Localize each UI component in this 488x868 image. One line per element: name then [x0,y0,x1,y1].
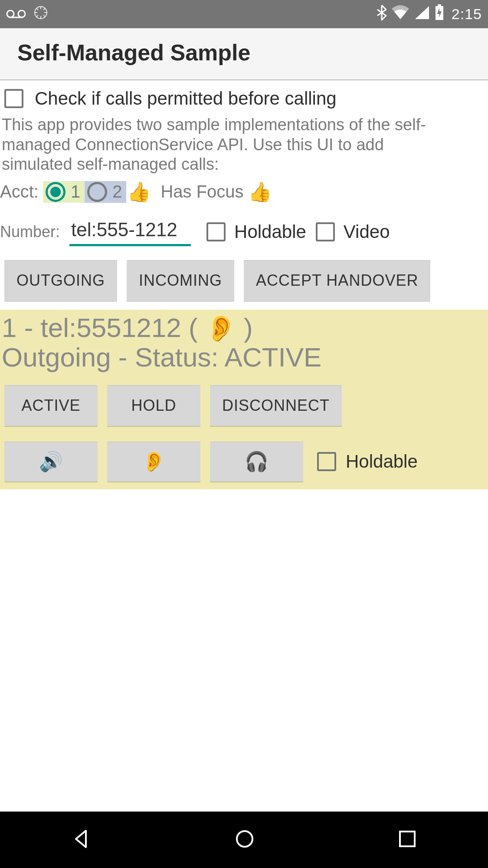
svg-point-0 [7,10,14,17]
account-radio-1[interactable]: 1 [43,181,85,203]
call-header: 1 - tel:5551212 ( 👂 ) [0,313,488,343]
svg-line-11 [43,8,45,10]
svg-rect-13 [438,4,441,6]
hold-button[interactable]: HOLD [107,385,200,426]
svg-line-9 [43,15,45,17]
spinner-icon [34,6,48,23]
thumbs-up-icon: 👍 [248,181,272,203]
svg-point-1 [18,10,25,17]
svg-line-8 [36,8,38,10]
video-label: Video [344,221,390,242]
video-checkbox[interactable] [316,222,335,241]
call-header-suffix: ) [236,313,253,343]
headphones-button[interactable]: 🎧 [210,442,303,482]
radio-unselected-icon [87,182,107,202]
svg-point-14 [237,831,252,847]
ear-icon: 👂 [205,314,236,342]
battery-charging-icon [434,4,445,24]
call-holdable-row[interactable]: Holdable [313,451,418,472]
svg-rect-15 [400,832,415,846]
call-header-prefix: 1 - tel:5551212 ( [2,313,205,343]
dial-button-row: OUTGOING INCOMING ACCEPT HANDOVER [0,257,488,310]
call-card: 1 - tel:5551212 ( 👂 ) Outgoing - Status:… [0,310,488,489]
cellular-icon [414,5,430,23]
account-label: Acct: [0,182,39,201]
outgoing-button[interactable]: OUTGOING [4,260,117,301]
recent-apps-button[interactable] [397,829,417,851]
speaker-button[interactable]: 🔊 [4,442,98,482]
incoming-button[interactable]: INCOMING [127,260,234,301]
account-radio-2-label: 2 [112,182,122,201]
has-focus-label: Has Focus [160,182,243,201]
bluetooth-icon [377,4,386,24]
nav-bar [0,812,488,868]
main-panel: Check if calls permitted before calling … [0,80,488,489]
earpiece-button[interactable]: 👂 [107,442,200,482]
call-action-row: ACTIVE HOLD DISCONNECT [0,372,488,435]
status-clock: 2:15 [452,6,482,23]
thumbs-up-icon: 👍 [127,181,151,203]
video-row[interactable]: Video [316,221,390,242]
call-holdable-label: Holdable [346,451,418,472]
audio-route-row: 🔊 👂 🎧 Holdable [0,435,488,482]
radio-selected-icon [46,182,66,202]
svg-line-10 [36,15,38,17]
disconnect-button[interactable]: DISCONNECT [210,385,342,426]
number-input[interactable] [69,218,191,246]
accept-handover-button[interactable]: ACCEPT HANDOVER [244,260,430,301]
call-status: Outgoing - Status: ACTIVE [0,343,488,372]
account-radio-group: 1 2 [43,181,127,203]
holdable-row[interactable]: Holdable [206,221,306,242]
voicemail-icon [6,6,26,23]
number-row: Number: Holdable Video [0,211,488,257]
permitted-row[interactable]: Check if calls permitted before calling [0,80,488,115]
active-button[interactable]: ACTIVE [4,385,98,426]
page-title: Self-Managed Sample [17,40,471,66]
account-radio-1-label: 1 [71,182,80,201]
permitted-checkbox[interactable] [4,89,23,108]
holdable-label: Holdable [234,221,306,242]
account-line: Acct: 1 2 👍 Has Focus 👍 [0,179,488,211]
action-bar: Self-Managed Sample [0,28,488,80]
holdable-checkbox[interactable] [206,222,226,241]
home-button[interactable] [234,828,255,851]
description-text: This app provides two sample implementat… [0,115,434,179]
number-label: Number: [0,223,60,241]
account-radio-2[interactable]: 2 [85,181,126,203]
permitted-label: Check if calls permitted before calling [35,88,337,109]
call-holdable-checkbox[interactable] [317,452,336,471]
status-bar: 2:15 [0,0,488,28]
wifi-icon [391,5,410,23]
back-button[interactable] [71,828,92,851]
